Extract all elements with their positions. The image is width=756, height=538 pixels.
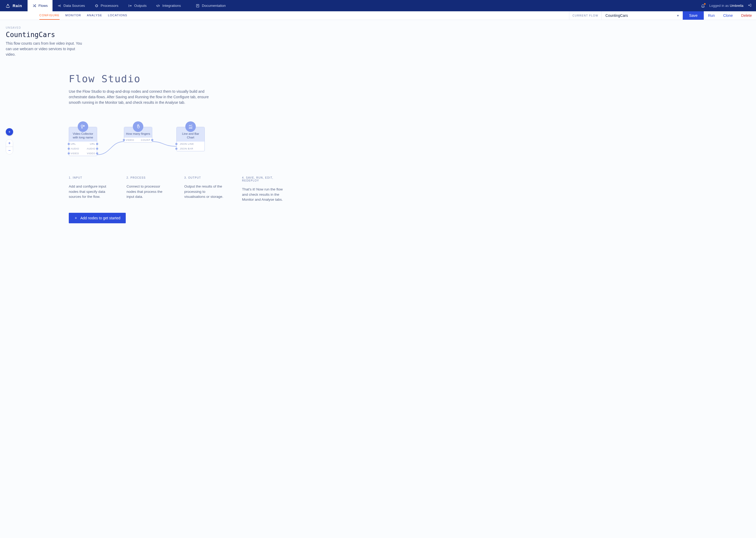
hand-icon bbox=[133, 121, 143, 132]
port-dot[interactable] bbox=[151, 139, 153, 141]
add-node-fab[interactable]: ＋ bbox=[6, 128, 13, 135]
subnav-tab-configure[interactable]: CONFIGURE bbox=[39, 11, 60, 20]
port-dot[interactable] bbox=[96, 148, 98, 150]
top-nav: Rain Flows Data Sources Processors Outpu… bbox=[0, 0, 756, 11]
step-save-run: 4. SAVE, RUN, EDIT, REDEPLOY That's it! … bbox=[242, 176, 284, 202]
plus-icon: ＋ bbox=[74, 216, 78, 220]
run-button[interactable]: Run bbox=[704, 11, 719, 20]
shuffle-icon bbox=[32, 4, 36, 8]
step-desc: That's it! Now run the flow and check re… bbox=[242, 187, 284, 202]
subnav-tab-locations[interactable]: LOCATIONS bbox=[108, 11, 127, 20]
brand-name: Rain bbox=[13, 3, 22, 8]
nav-tabs: Flows Data Sources Processors Outputs In… bbox=[27, 0, 230, 11]
port-dot[interactable] bbox=[96, 143, 98, 145]
nav-tab-label: Data Sources bbox=[64, 4, 85, 8]
nav-tab-documentation[interactable]: Documentation bbox=[191, 0, 230, 11]
studio-description: Use the Flow Studio to drag-and-drop nod… bbox=[69, 89, 216, 105]
delete-button[interactable]: Delete bbox=[737, 11, 756, 20]
port-dot[interactable] bbox=[123, 139, 125, 141]
login-prefix: Logged in as bbox=[709, 4, 730, 8]
current-flow-value: CountingCars bbox=[605, 13, 628, 18]
steps: 1. INPUT Add and configure input nodes t… bbox=[69, 176, 284, 202]
node-video-collector[interactable]: Video Collector with long name URL URL A… bbox=[69, 127, 97, 156]
nav-tab-label: Documentation bbox=[202, 4, 226, 8]
brand-logo-icon bbox=[5, 3, 11, 8]
port-dot[interactable] bbox=[175, 143, 177, 145]
subnav-right: CURRENT FLOW CountingCars ▾ Save Run Clo… bbox=[569, 11, 756, 20]
step-input: 1. INPUT Add and configure input nodes t… bbox=[69, 176, 111, 202]
port-row: JSON LINE bbox=[177, 141, 205, 146]
port-row: VIDEO VIDEO bbox=[69, 151, 97, 156]
plus-icon: ＋ bbox=[8, 130, 11, 134]
nav-tab-flows[interactable]: Flows bbox=[27, 0, 53, 11]
port-dot[interactable] bbox=[68, 152, 70, 154]
add-nodes-button[interactable]: ＋ Add nodes to get started bbox=[69, 213, 126, 223]
node-how-many-fingers[interactable]: How many fingers VIDEO COUNT bbox=[124, 127, 152, 143]
subnav-tabs: CONFIGURE MONITOR ANALYSE LOCATIONS bbox=[39, 11, 127, 20]
nav-tab-label: Integrations bbox=[162, 4, 181, 8]
notification-bell-icon[interactable] bbox=[701, 4, 705, 8]
port-dot[interactable] bbox=[68, 143, 70, 145]
port-label: VIDEO bbox=[71, 152, 79, 155]
nav-tab-integrations[interactable]: Integrations bbox=[151, 0, 186, 11]
step-title: 2. PROCESS bbox=[126, 176, 168, 179]
port-dot[interactable] bbox=[175, 148, 177, 150]
port-label: URL bbox=[71, 143, 76, 145]
step-title: 4. SAVE, RUN, EDIT, REDEPLOY bbox=[242, 176, 284, 182]
camera-icon bbox=[78, 121, 88, 132]
nav-tab-outputs[interactable]: Outputs bbox=[123, 0, 151, 11]
port-label: JSON BAR bbox=[180, 147, 193, 150]
logged-in-user: Logged in as Umbrella bbox=[709, 4, 743, 8]
current-flow-label: CURRENT FLOW bbox=[569, 11, 601, 20]
zoom-out-button[interactable]: − bbox=[6, 147, 13, 154]
port-label: AUDIO bbox=[71, 147, 79, 150]
page-title: CountingCars bbox=[6, 31, 750, 39]
zoom-control: + − bbox=[6, 139, 13, 154]
cpu-icon bbox=[95, 4, 99, 8]
port-label: URL bbox=[90, 143, 95, 145]
step-output: 3. OUTPUT Output the results of the proc… bbox=[184, 176, 226, 202]
port-row: JSON BAR bbox=[177, 146, 205, 151]
page-description: This flow counts cars from live video in… bbox=[6, 41, 84, 57]
port-row: AUDIO AUDIO bbox=[69, 146, 97, 151]
nav-tab-label: Flows bbox=[39, 4, 48, 8]
example-diagram: Video Collector with long name URL URL A… bbox=[69, 121, 284, 168]
nav-tab-data-sources[interactable]: Data Sources bbox=[53, 0, 90, 11]
port-label: VIDEO bbox=[126, 139, 134, 141]
subnav-tab-monitor[interactable]: MONITOR bbox=[65, 11, 81, 20]
nav-tab-label: Outputs bbox=[134, 4, 147, 8]
step-process: 2. PROCESS Connect to processor nodes th… bbox=[126, 176, 168, 202]
port-dot[interactable] bbox=[96, 152, 98, 154]
port-label: JSON LINE bbox=[180, 143, 194, 145]
subnav-tab-analyse[interactable]: ANALYSE bbox=[87, 11, 102, 20]
import-icon bbox=[57, 4, 62, 8]
caret-down-icon: ▾ bbox=[677, 13, 679, 18]
sub-nav: CONFIGURE MONITOR ANALYSE LOCATIONS CURR… bbox=[0, 11, 756, 20]
step-desc: Connect to processor nodes that process … bbox=[126, 184, 168, 199]
logout-icon[interactable] bbox=[748, 3, 752, 8]
nav-tab-label: Processors bbox=[101, 4, 118, 8]
nav-tab-processors[interactable]: Processors bbox=[90, 0, 123, 11]
current-flow-select[interactable]: CountingCars ▾ bbox=[601, 11, 683, 20]
svg-point-3 bbox=[83, 125, 84, 127]
nav-right: Logged in as Umbrella bbox=[701, 3, 756, 8]
svg-rect-0 bbox=[96, 5, 97, 7]
port-label: VIDEO bbox=[87, 152, 95, 155]
username: Umbrella bbox=[730, 4, 743, 8]
studio-title: Flow Studio bbox=[69, 73, 284, 84]
clone-button[interactable]: Clone bbox=[719, 11, 737, 20]
book-icon bbox=[196, 4, 200, 8]
step-title: 3. OUTPUT bbox=[184, 176, 226, 179]
code-icon bbox=[156, 4, 160, 8]
step-title: 1. INPUT bbox=[69, 176, 111, 179]
flow-studio: Flow Studio Use the Flow Studio to drag-… bbox=[69, 73, 284, 223]
brand: Rain bbox=[0, 3, 27, 8]
step-desc: Output the results of the processing to … bbox=[184, 184, 226, 199]
port-label: COUNT bbox=[141, 139, 150, 141]
port-row: VIDEO COUNT bbox=[124, 138, 152, 142]
page: UNSAVED CountingCars This flow counts ca… bbox=[0, 20, 756, 230]
port-dot[interactable] bbox=[68, 148, 70, 150]
node-line-bar-chart[interactable]: Line and Bar Chart JSON LINE JSON BAR bbox=[176, 127, 205, 151]
save-button[interactable]: Save bbox=[683, 11, 704, 20]
zoom-in-button[interactable]: + bbox=[6, 139, 13, 147]
